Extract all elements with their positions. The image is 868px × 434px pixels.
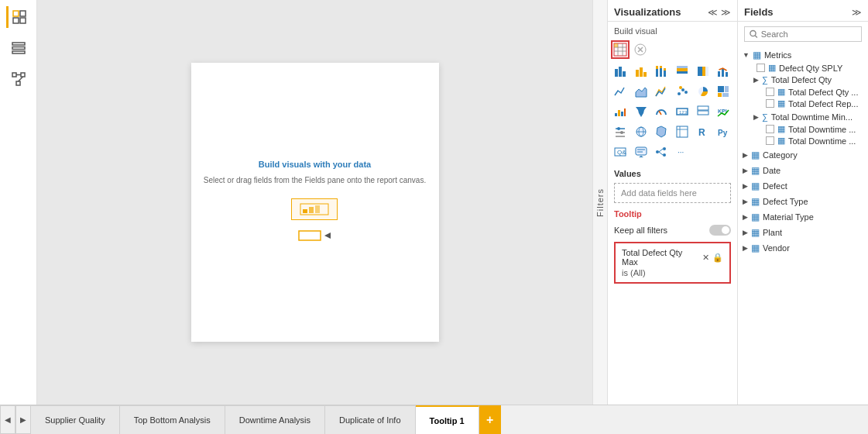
viz-icon-custom[interactable]: ··· xyxy=(673,143,691,161)
field-group-header-category[interactable]: ▶ ▦ Category xyxy=(741,148,865,162)
tab-scroll-left[interactable]: ◀ xyxy=(0,405,15,434)
svg-rect-54 xyxy=(718,93,722,97)
field-checkbox-defect-qty-sply[interactable] xyxy=(756,64,765,72)
field-group-total-defect-qty: ▶ ∑ Total Defect Qty ▦ Total Defect Qty … xyxy=(741,74,865,109)
tab-add-button[interactable]: + xyxy=(479,405,501,434)
viz-collapse-icon[interactable]: ≪ xyxy=(708,7,718,18)
field-item-defect-qty-sply[interactable]: ▦ Defect Qty SPLY xyxy=(741,62,865,74)
viz-icon-qa[interactable]: Q&A xyxy=(611,143,630,161)
filter-chip-box: Total Defect Qty Max ✕ 🔒 is (All) xyxy=(614,242,731,284)
field-name-defect-qty-sply: Defect Qty SPLY xyxy=(779,64,842,73)
viz-icon-map[interactable] xyxy=(632,122,650,141)
field-group-header-vendor[interactable]: ▶ ▦ Vendor xyxy=(741,241,865,255)
viz-icon-pie[interactable] xyxy=(694,82,712,101)
svg-rect-9 xyxy=(16,81,20,85)
tab-scroll-right[interactable]: ▶ xyxy=(15,405,31,434)
filter-chip-name: Total Defect Qty Max xyxy=(622,248,699,267)
tab-tooltip-1[interactable]: Tooltip 1 xyxy=(416,405,479,434)
viz-icon-treemap[interactable] xyxy=(714,82,732,101)
field-group-header-material-type[interactable]: ▶ ▦ Material Type xyxy=(741,210,865,224)
viz-icon-multirow-card[interactable] xyxy=(694,102,712,121)
keep-filters-toggle[interactable] xyxy=(709,225,731,236)
viz-panel: Visualizations ≪ ≫ Build visual xyxy=(608,0,738,405)
viz-icon-table-selected[interactable] xyxy=(611,40,630,59)
svg-rect-7 xyxy=(12,73,16,77)
field-item-total-defect-qty-2[interactable]: ▦ Total Defect Rep... xyxy=(741,98,865,109)
field-item-total-downtime-1[interactable]: ▦ Total Downtime ... xyxy=(741,123,865,135)
svg-rect-41 xyxy=(698,67,702,76)
report-view-icon[interactable] xyxy=(6,6,28,28)
viz-icon-bar[interactable] xyxy=(611,62,630,81)
svg-point-47 xyxy=(678,92,681,95)
viz-icon-stacked-bar[interactable] xyxy=(652,62,671,81)
field-group-header-plant[interactable]: ▶ ▦ Plant xyxy=(741,226,865,239)
field-checkbox-total-defect-qty-2[interactable] xyxy=(766,99,774,108)
viz-icon-filled-map[interactable] xyxy=(652,122,671,141)
svg-rect-59 xyxy=(624,108,626,116)
tab-supplier-quality[interactable]: Supplier Quality xyxy=(31,405,120,434)
viz-icon-stacked-col[interactable] xyxy=(673,62,691,81)
tab-duplicate-of-info[interactable]: Duplicate of Info xyxy=(325,405,416,434)
svg-text:···: ··· xyxy=(678,148,684,157)
viz-icon-smart-narrative[interactable] xyxy=(632,143,650,161)
model-view-icon[interactable] xyxy=(8,68,29,90)
viz-expand-icon[interactable]: ≫ xyxy=(721,7,731,18)
viz-icon-decomp-tree[interactable] xyxy=(652,143,671,161)
viz-icon-python[interactable]: Py xyxy=(714,122,732,141)
viz-icon-100pct-bar[interactable] xyxy=(694,62,712,81)
field-group-header-date[interactable]: ▶ ▦ Date xyxy=(741,164,865,177)
tab-downtime-analysis[interactable]: Downtime Analysis xyxy=(225,405,325,434)
field-group-total-downtime: ▶ ∑ Total Downtime Min... ▦ Total Downti… xyxy=(741,111,865,146)
chevron-right-icon-plant: ▶ xyxy=(743,229,748,236)
field-group-header-total-defect-qty[interactable]: ▶ ∑ Total Defect Qty xyxy=(741,74,865,86)
field-group-name-metrics: Metrics xyxy=(764,50,791,60)
field-group-header-defect[interactable]: ▶ ▦ Defect xyxy=(741,179,865,193)
field-group-header-total-downtime[interactable]: ▶ ∑ Total Downtime Min... xyxy=(741,111,865,123)
field-icon-defect-qty-sply: ▦ xyxy=(768,63,776,73)
viz-icon-column[interactable] xyxy=(632,62,650,81)
field-checkbox-total-downtime-1[interactable] xyxy=(766,125,774,133)
canvas-page: Build visuals with your data Select or d… xyxy=(191,63,439,342)
viz-icon-format[interactable] xyxy=(631,40,650,59)
svg-line-90 xyxy=(659,149,663,152)
data-view-icon[interactable] xyxy=(8,37,29,59)
filter-chip-lock-icon[interactable]: 🔒 xyxy=(712,253,723,263)
svg-line-61 xyxy=(659,111,661,115)
svg-text:Q&A: Q&A xyxy=(617,149,626,156)
filter-chip-remove[interactable]: ✕ xyxy=(702,253,709,263)
tab-top-bottom-analysis[interactable]: Top Bottom Analysis xyxy=(120,405,225,434)
svg-rect-29 xyxy=(640,67,643,77)
field-group-header-metrics[interactable]: ▼ ▦ Metrics xyxy=(741,48,865,62)
field-group-header-defect-type[interactable]: ▶ ▦ Defect Type xyxy=(741,195,865,208)
viz-icon-slicer[interactable] xyxy=(611,122,630,141)
viz-icon-line[interactable] xyxy=(611,82,630,101)
viz-icon-kpi[interactable]: KPI xyxy=(714,102,732,121)
viz-icon-gauge[interactable] xyxy=(652,102,671,121)
viz-icon-ribbon[interactable] xyxy=(652,82,671,101)
viz-icon-funnel[interactable] xyxy=(632,102,650,121)
fields-panel-title: Fields xyxy=(744,6,774,18)
field-item-total-defect-qty-1[interactable]: ▦ Total Defect Qty ... xyxy=(741,86,865,98)
field-item-total-downtime-2[interactable]: ▦ Total Downtime ... xyxy=(741,135,865,146)
viz-icon-scatter[interactable] xyxy=(673,82,691,101)
svg-point-88 xyxy=(663,147,666,150)
viz-icon-matrix[interactable] xyxy=(673,122,691,141)
svg-rect-44 xyxy=(722,69,724,77)
search-input[interactable] xyxy=(761,29,856,39)
chevron-down-icon: ▼ xyxy=(743,51,750,59)
svg-point-50 xyxy=(679,86,682,89)
search-box[interactable] xyxy=(744,26,862,42)
svg-marker-75 xyxy=(657,126,666,137)
viz-icon-line-col[interactable] xyxy=(714,62,732,81)
viz-icon-card[interactable]: 123 xyxy=(673,102,691,121)
field-checkbox-total-downtime-2[interactable] xyxy=(766,136,774,145)
viz-icon-area[interactable] xyxy=(632,82,650,101)
field-name-total-defect-qty-1: Total Defect Qty ... xyxy=(788,88,858,97)
fields-expand-icon[interactable]: ≫ xyxy=(852,7,862,18)
canvas-area: Build visuals with your data Select or d… xyxy=(37,0,592,405)
add-data-fields[interactable]: Add data fields here xyxy=(614,183,731,203)
viz-icon-waterfall[interactable] xyxy=(611,102,630,121)
viz-icon-r-visual[interactable]: R xyxy=(694,122,712,141)
keep-filters-text: Keep all filters xyxy=(614,226,667,235)
field-checkbox-total-defect-qty-1[interactable] xyxy=(766,88,774,96)
